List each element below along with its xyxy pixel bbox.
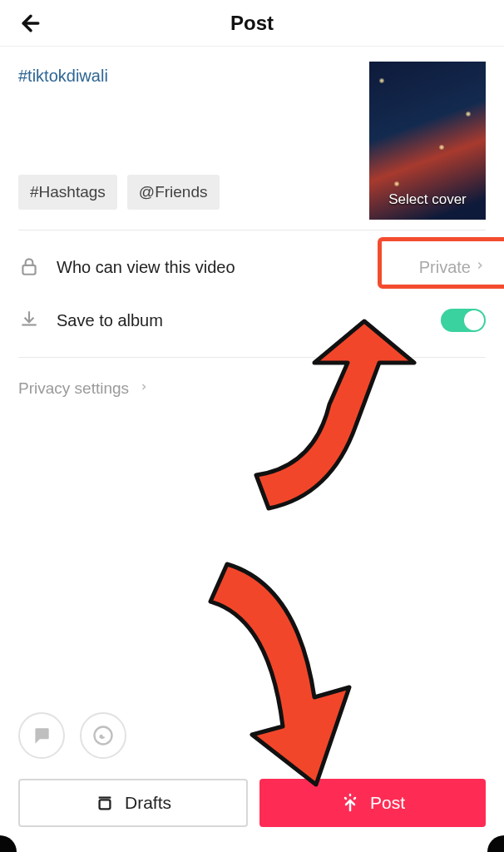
svg-point-2 <box>95 727 112 745</box>
annotation-arrow-bottom <box>173 547 356 797</box>
privacy-label: Who can view this video <box>57 258 235 277</box>
cover-label: Select cover <box>388 191 467 208</box>
share-row <box>18 712 126 759</box>
save-album-toggle[interactable] <box>441 309 486 332</box>
toggle-knob <box>464 310 484 330</box>
svg-rect-4 <box>100 800 111 809</box>
svg-line-7 <box>354 798 355 799</box>
page-title: Post <box>230 12 274 35</box>
privacy-value: Private <box>419 258 471 277</box>
download-icon <box>18 309 42 332</box>
post-icon <box>340 793 360 813</box>
divider <box>18 357 486 358</box>
friends-chip[interactable]: @Friends <box>127 175 220 210</box>
save-album-label: Save to album <box>57 311 163 330</box>
privacy-settings-label: Privacy settings <box>18 379 129 398</box>
hashtags-chip[interactable]: #Hashtags <box>18 175 117 210</box>
caption-hashtag[interactable]: #tiktokdiwali <box>18 67 356 86</box>
drafts-icon <box>95 794 115 812</box>
chevron-right-icon <box>474 258 486 277</box>
share-chat-button[interactable] <box>18 712 65 759</box>
header: Post <box>0 0 504 47</box>
bottom-button-row: Drafts Post <box>18 779 486 827</box>
caption-row: #tiktokdiwali #Hashtags @Friends Select … <box>0 47 504 220</box>
chat-icon <box>31 725 52 746</box>
post-button[interactable]: Post <box>259 779 486 827</box>
arrow-left-icon <box>18 11 43 36</box>
save-album-row[interactable]: Save to album <box>0 294 504 347</box>
privacy-settings-link[interactable]: Privacy settings <box>0 368 504 406</box>
svg-rect-1 <box>22 265 35 275</box>
share-whatsapp-button[interactable] <box>80 712 126 759</box>
chevron-right-icon <box>139 379 149 398</box>
privacy-row[interactable]: Who can view this video Private <box>0 240 504 294</box>
drafts-button[interactable]: Drafts <box>18 779 248 827</box>
video-cover[interactable]: Select cover <box>369 62 486 220</box>
whatsapp-icon <box>91 724 115 747</box>
divider <box>18 230 486 230</box>
back-button[interactable] <box>15 7 47 39</box>
svg-line-6 <box>345 798 346 799</box>
drafts-label: Drafts <box>125 793 171 813</box>
post-label: Post <box>370 793 405 813</box>
lock-icon <box>18 255 42 279</box>
